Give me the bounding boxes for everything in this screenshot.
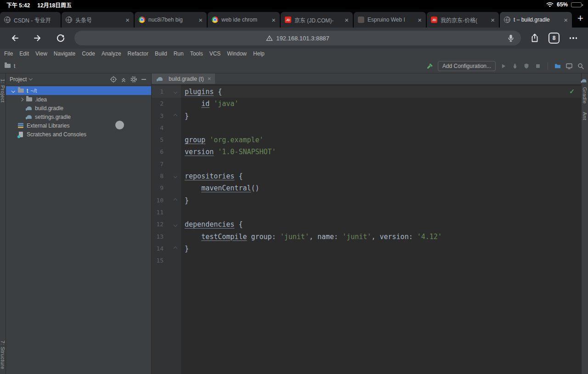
browser-tab[interactable]: Espruino Web I×: [354, 12, 426, 28]
code-text: }: [181, 110, 189, 122]
code-line[interactable]: 12dependencies {: [152, 218, 581, 230]
browser-tab[interactable]: web ide chrom×: [208, 12, 280, 28]
code-line[interactable]: 5group 'org.example': [152, 134, 581, 146]
gradle-stripe-button[interactable]: Gradle: [582, 87, 588, 104]
panel-settings-gear-icon[interactable]: [130, 76, 137, 83]
fold-spacer: [170, 255, 181, 267]
menu-build[interactable]: Build: [152, 50, 170, 57]
editor-tab-build-gradle[interactable]: build.gradle (t) ×: [152, 73, 215, 84]
fold-close-icon[interactable]: [170, 243, 181, 255]
breadcrumb-project-name: t: [14, 63, 15, 69]
scroll-knob[interactable]: [115, 121, 124, 129]
search-icon[interactable]: [577, 62, 584, 70]
code-line[interactable]: 6version '1.0-SNAPSHOT': [152, 146, 581, 158]
tree-item[interactable]: External Libraries: [6, 121, 151, 130]
browser-tab[interactable]: 头条号×: [62, 12, 134, 28]
tab-close-icon[interactable]: ×: [345, 17, 349, 23]
locate-file-icon[interactable]: [110, 76, 117, 83]
fold-open-icon[interactable]: [170, 170, 181, 182]
code-line[interactable]: 8repositories {: [152, 170, 581, 182]
run-icon[interactable]: [500, 62, 507, 70]
tab-title: CSDN - 专业开: [14, 16, 57, 24]
code-line[interactable]: 13 testCompile group: 'junit', name: 'ju…: [152, 231, 581, 243]
fold-open-icon[interactable]: [170, 218, 181, 230]
tab-close-icon[interactable]: ×: [491, 17, 495, 23]
editor-code[interactable]: 1plugins {2 id 'java'3}45group 'org.exam…: [152, 84, 581, 374]
fold-open-icon[interactable]: [170, 86, 181, 98]
reload-button[interactable]: [51, 29, 70, 47]
tab-close-icon[interactable]: ×: [418, 17, 422, 23]
browser-menu-button[interactable]: [564, 29, 582, 47]
project-stripe-button[interactable]: 1: Project: [0, 79, 6, 102]
browser-tab[interactable]: JD我的京东-价格(×: [427, 12, 499, 28]
menu-vcs[interactable]: VCS: [206, 50, 224, 57]
menu-navigate[interactable]: Navigate: [51, 50, 79, 57]
tree-item[interactable]: Scratches and Consoles: [6, 130, 151, 139]
fold-close-icon[interactable]: [170, 110, 181, 122]
code-line[interactable]: 2 id 'java': [152, 98, 581, 110]
hide-panel-icon[interactable]: [140, 76, 147, 83]
menu-tools[interactable]: Tools: [187, 50, 206, 57]
editor-tab-close-icon[interactable]: ×: [208, 76, 211, 82]
tree-item[interactable]: settings.gradle: [6, 112, 151, 121]
globe-favicon: [66, 17, 72, 23]
browser-tab[interactable]: t – build.gradle×: [500, 12, 572, 28]
tab-close-icon[interactable]: ×: [271, 17, 276, 23]
menu-file[interactable]: File: [1, 50, 16, 57]
add-configuration-button[interactable]: Add Configuration...: [438, 61, 496, 71]
code-line[interactable]: 10}: [152, 195, 581, 207]
structure-stripe-button[interactable]: 7: Structure: [0, 341, 6, 369]
chevron-right-icon[interactable]: [18, 98, 25, 101]
ant-stripe-button[interactable]: Ant: [582, 112, 588, 120]
chrome-favicon: [139, 17, 145, 23]
new-tab-button[interactable]: +: [573, 9, 588, 28]
menu-run[interactable]: Run: [170, 50, 187, 57]
layout-icon[interactable]: [565, 62, 573, 70]
menu-view[interactable]: View: [32, 50, 51, 57]
browser-tab[interactable]: CSDN - 专业开: [0, 12, 61, 28]
code-line[interactable]: 14}: [152, 243, 581, 255]
menu-help[interactable]: Help: [250, 50, 268, 57]
menu-code[interactable]: Code: [79, 50, 98, 57]
tab-close-icon[interactable]: ×: [198, 17, 203, 23]
stop-icon[interactable]: [534, 62, 542, 70]
browser-tab[interactable]: JD京东 (JD.COM)-×: [281, 12, 353, 28]
code-line[interactable]: 7: [152, 158, 581, 170]
voice-search-icon[interactable]: [506, 33, 515, 44]
tab-switcher-button[interactable]: 8: [548, 33, 560, 44]
tree-item[interactable]: build.gradle: [6, 104, 151, 112]
tab-close-icon[interactable]: ×: [125, 17, 130, 23]
inspections-ok-icon[interactable]: ✓: [569, 88, 575, 95]
collapse-all-icon[interactable]: [120, 76, 127, 83]
browser-tab[interactable]: nuc8i7beh big×: [135, 12, 207, 28]
menu-refactor[interactable]: Refactor: [124, 50, 152, 57]
back-button[interactable]: [6, 29, 24, 47]
code-line[interactable]: 1plugins {: [152, 86, 581, 98]
menu-window[interactable]: Window: [224, 50, 250, 57]
tree-item-label: settings.gradle: [35, 114, 71, 120]
code-line[interactable]: 11: [152, 207, 581, 218]
debug-icon[interactable]: [511, 62, 519, 70]
build-hammer-icon[interactable]: [426, 62, 434, 70]
forward-button[interactable]: [28, 29, 47, 47]
coverage-icon[interactable]: [523, 62, 530, 70]
code-line[interactable]: 15: [152, 255, 581, 267]
fold-close-icon[interactable]: [170, 195, 181, 207]
chevron-down-icon[interactable]: [10, 89, 17, 92]
tab-close-icon[interactable]: ×: [564, 17, 568, 23]
code-line[interactable]: 9 mavenCentral(): [152, 182, 581, 194]
fold-spacer: [170, 231, 181, 243]
code-line[interactable]: 3}: [152, 110, 581, 122]
toolwindow-folder-icon[interactable]: [554, 62, 561, 70]
address-bar[interactable]: 192.168.101.3:8887: [74, 31, 521, 45]
line-number: 11: [152, 207, 170, 218]
tree-item[interactable]: .idea: [6, 95, 151, 104]
breadcrumb[interactable]: t: [4, 62, 15, 70]
menu-analyze[interactable]: Analyze: [98, 50, 124, 57]
browser-tabs: CSDN - 专业开头条号×nuc8i7beh big×web ide chro…: [0, 9, 573, 28]
share-icon[interactable]: [526, 29, 544, 47]
code-line[interactable]: 4: [152, 122, 581, 134]
tree-item[interactable]: t~/t: [6, 86, 151, 95]
menu-edit[interactable]: Edit: [16, 50, 32, 57]
panel-title-chevron-icon[interactable]: [29, 77, 33, 80]
